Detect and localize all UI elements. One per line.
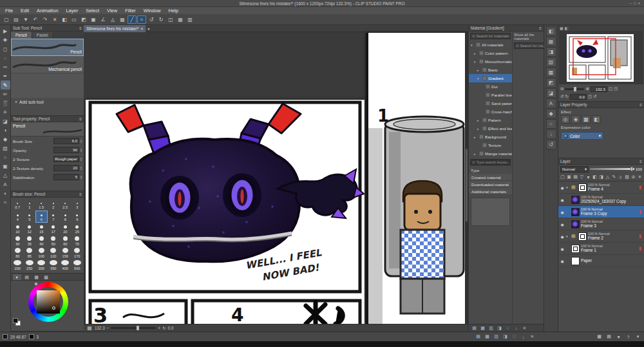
saturation-value-square[interactable]: [37, 290, 60, 314]
canvas-view-mode-icon[interactable]: ▦: [86, 324, 93, 332]
extract-line-icon[interactable]: ◈: [571, 115, 580, 124]
delete-icon[interactable]: ✕: [50, 15, 59, 24]
navigator-zoom-slider[interactable]: [565, 88, 584, 90]
brush-size-option[interactable]: 170: [71, 247, 84, 259]
layer-visibility-icon[interactable]: ◉: [560, 210, 565, 214]
color-set-tab-icon[interactable]: ▦: [32, 274, 41, 280]
panel-menu-icon[interactable]: ≡: [639, 159, 642, 164]
undo-icon[interactable]: ↶: [31, 15, 40, 24]
sv-marker[interactable]: [52, 306, 55, 310]
move-tool-icon[interactable]: ✚: [1, 35, 10, 44]
color-slider-tab-icon[interactable]: ▤: [23, 274, 31, 280]
material-delete-icon[interactable]: ✕: [529, 333, 536, 341]
brush-size-option[interactable]: 30: [12, 235, 24, 247]
material-type-item[interactable]: Created material: [469, 174, 512, 181]
zoom-out-icon[interactable]: ⊖: [560, 86, 564, 91]
document-tab-close-icon[interactable]: ×: [141, 26, 144, 31]
navigator-tab-icon[interactable]: ▦: [560, 26, 564, 30]
quick-access-tab-icon[interactable]: ◧: [546, 26, 556, 36]
lock-layer-icon[interactable]: ◊: [618, 174, 623, 181]
rotate-view-icon[interactable]: ↻: [162, 326, 166, 330]
material-search-input[interactable]: ⊙ Search for materials on ...: [470, 33, 511, 39]
blend-mode-dropdown[interactable]: Normal▾: [560, 166, 589, 173]
invert-selection-icon[interactable]: ◩: [79, 15, 88, 24]
foreground-background-swatches[interactable]: [13, 318, 22, 327]
fill-tool-icon[interactable]: ◆: [1, 135, 10, 144]
layer-20250924-163037-copy[interactable]: ◉ ▾ ▤ 100 % Normal 20250924_163037 Copy …: [558, 194, 644, 206]
subview-tab-icon[interactable]: ◧: [565, 26, 569, 30]
layer-visibility-icon[interactable]: ◉: [560, 259, 565, 263]
frame-border-tool-icon[interactable]: ▣: [1, 162, 10, 171]
material-color-pattern-tab-icon[interactable]: ▦: [546, 37, 556, 46]
hue-marker[interactable]: [35, 283, 37, 285]
layer-thumbnail[interactable]: [571, 220, 580, 229]
new-vector-layer-icon[interactable]: ▣: [566, 174, 572, 181]
subtool-item-mechanical-pencil[interactable]: Mechanical pencil: [11, 56, 84, 73]
pencil-tool-icon[interactable]: ✎: [1, 80, 10, 89]
rotate-left-icon[interactable]: ↺: [147, 15, 156, 24]
menu-item[interactable]: View: [103, 7, 121, 14]
selection-border-icon[interactable]: ▣: [89, 15, 98, 24]
brush-size-option[interactable]: 6: [35, 211, 48, 223]
material-tree-color-pattern[interactable]: ▸ Color pattern: [469, 49, 512, 57]
brush-size-option[interactable]: 200: [12, 259, 24, 272]
stepper-icons[interactable]: ▴▾: [80, 139, 82, 144]
navigator-zoom-value[interactable]: 132.3: [591, 86, 607, 92]
material-tree-background[interactable]: ▸ Background: [469, 133, 512, 141]
lasso-tool-icon[interactable]: ◌: [1, 53, 10, 62]
deselect-icon[interactable]: ▭: [70, 15, 79, 24]
document-tab[interactable]: Slimesona fixes his mistake!* ×: [84, 25, 146, 32]
material-tree-cross-hatching[interactable]: Cross-hatching: [469, 108, 512, 116]
material-tree-texture[interactable]: Texture: [469, 141, 512, 149]
material-monochromatic-tab-icon[interactable]: ◨: [546, 47, 556, 57]
stepper-icons[interactable]: ▴▾: [80, 157, 82, 162]
material-delete-icon[interactable]: ✕: [521, 325, 528, 332]
vector-snap-line-icon[interactable]: ╱: [128, 15, 137, 24]
brush-size-option[interactable]: 500: [71, 259, 84, 272]
collapse-icon[interactable]: ▾: [634, 333, 641, 341]
layer-expand-icon[interactable]: ▾: [566, 185, 570, 189]
brush-size-option[interactable]: 1.5: [35, 198, 48, 211]
canvas-zoom-slider[interactable]: [111, 327, 156, 329]
navigator-rotation-value[interactable]: 0.0: [570, 94, 587, 100]
material-paste-icon[interactable]: ◨: [496, 325, 503, 332]
brush-size-option[interactable]: 9: [71, 211, 84, 223]
color-wheel-tab-icon[interactable]: ◐: [13, 274, 21, 280]
material-download-icon[interactable]: ↓: [520, 333, 527, 341]
reset-rotation-icon[interactable]: ↺: [593, 94, 596, 99]
border-effect-icon[interactable]: ◎: [561, 115, 570, 124]
fill-icon[interactable]: ◧: [60, 15, 69, 24]
layer-thumbnail[interactable]: [571, 257, 580, 265]
foreground-color-swatch[interactable]: [13, 318, 18, 323]
layer-frame-2[interactable]: ◉ ▾ ▤ 100 % Normal Frame 2 ▮: [558, 230, 644, 243]
material-list-view-icon[interactable]: ▤: [471, 325, 478, 332]
combine-to-lower-layer-icon[interactable]: ▼: [585, 174, 591, 181]
save-icon[interactable]: ▼: [21, 15, 30, 24]
gallery-icon[interactable]: ▤: [605, 333, 612, 341]
lock-transparent-pixels-icon[interactable]: ▨: [624, 174, 630, 181]
material-type-item[interactable]: Downloaded material: [469, 181, 512, 188]
canvas-page-right[interactable]: 1: [366, 33, 468, 324]
subtool-item-pencil[interactable]: Pencil: [11, 39, 84, 56]
open-file-icon[interactable]: ▤: [12, 15, 21, 24]
material-3d-tab-icon[interactable]: ◪: [546, 88, 556, 98]
pen-tool-icon[interactable]: ✒: [1, 71, 10, 80]
brush-size-option[interactable]: 12: [24, 223, 36, 235]
layer-frame-4[interactable]: ◉ ▾ ▤ 100 % Normal Frame 4 ▮: [558, 182, 644, 194]
material-tree-dot[interactable]: Dot: [469, 82, 512, 91]
material-tree-gradient[interactable]: ▾ Gradient: [469, 74, 512, 82]
layer-frame-1[interactable]: ◉ ▾ ▤ 100 % Normal Frame 1 ▮: [558, 243, 644, 255]
subtool-tab-pastel[interactable]: Pastel: [32, 32, 53, 39]
material-history-tab-icon[interactable]: ↺: [546, 140, 556, 149]
vector-snap-curve-icon[interactable]: ≈: [137, 15, 146, 24]
document-tab-dropdown-icon[interactable]: ▾: [146, 26, 151, 31]
brush-size-option[interactable]: 4: [12, 211, 24, 223]
canvas-rotation-value[interactable]: 0.0: [167, 326, 173, 330]
brush-size-option[interactable]: 15: [35, 223, 48, 235]
brush-size-option[interactable]: 17: [48, 223, 60, 235]
menu-item[interactable]: Layer: [62, 7, 82, 14]
brush-size-option[interactable]: 70: [71, 235, 84, 247]
marquee-tool-icon[interactable]: ◻: [1, 44, 10, 53]
tone-effect-icon[interactable]: ▩: [582, 115, 591, 124]
stepper-icons[interactable]: ▴▾: [80, 148, 82, 153]
